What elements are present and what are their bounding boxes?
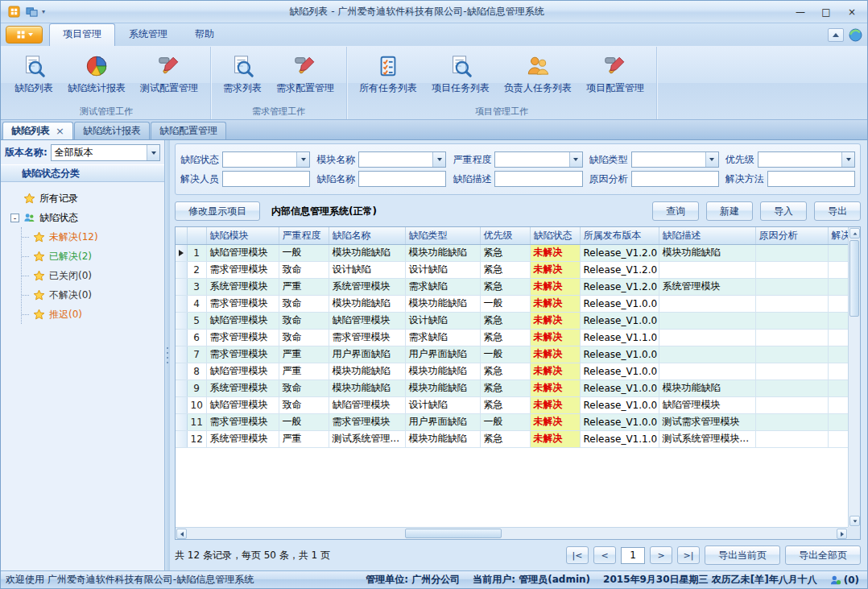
collapse-icon[interactable]: -	[10, 214, 19, 222]
horizontal-scroll-thumb[interactable]	[405, 529, 502, 538]
filter-input-solution[interactable]	[767, 171, 855, 187]
document-tab-2[interactable]: 缺陷配置管理	[151, 122, 226, 139]
collapse-ribbon-button[interactable]	[828, 28, 844, 42]
table-row[interactable]: 12系统管理模块严重测试系统管理...模块功能缺陷紧急未解决Release_V1…	[176, 430, 848, 447]
document-tab-label: 缺陷列表	[11, 124, 50, 138]
ribbon-button-2-2[interactable]: 负责人任务列表	[497, 49, 579, 106]
table-row[interactable]: 7需求管理模块严重用户界面缺陷用户界面缺陷一般未解决Release_V1.0.0	[176, 346, 848, 363]
scroll-down-button[interactable]	[849, 516, 860, 526]
column-header-severity[interactable]: 严重程度	[279, 227, 329, 244]
tree-item-all-records[interactable]: 所有记录	[4, 189, 161, 208]
windows-layout-icon[interactable]	[24, 5, 39, 19]
column-header-desc[interactable]: 缺陷描述	[659, 227, 755, 244]
grid-corner	[176, 227, 187, 244]
help-icon[interactable]	[849, 28, 862, 42]
minimize-button[interactable]: —	[788, 4, 812, 20]
column-header-solution[interactable]: 解决方法	[828, 227, 848, 244]
ribbon-tab-0[interactable]: 项目管理	[49, 23, 115, 46]
table-row[interactable]: 1缺陷管理模块一般模块功能缺陷模块功能缺陷紧急未解决Release_V1.2.0…	[176, 244, 848, 261]
filter-select-status[interactable]	[222, 151, 310, 168]
filter-input-name[interactable]	[358, 171, 446, 187]
export-all-pages-button[interactable]: 导出全部页	[785, 545, 861, 565]
filter-label-solution: 解决方法	[725, 172, 764, 186]
column-header-module[interactable]: 缺陷模块	[206, 227, 279, 244]
maximize-button[interactable]: □	[814, 4, 838, 20]
app-window: ▾ 缺陷列表 - 广州爱奇迪软件科技有限公司-缺陷信息管理系统 — □ × 项目…	[0, 0, 868, 589]
tree-item-status-2[interactable]: 已关闭(0)	[22, 266, 161, 285]
users-icon	[23, 212, 35, 224]
ribbon-button-0-0[interactable]: 缺陷列表	[7, 49, 60, 106]
table-row[interactable]: 3系统管理模块严重系统管理模块需求缺陷紧急未解决Release_V1.2.0系统…	[176, 278, 848, 295]
scroll-up-button[interactable]	[849, 228, 860, 239]
table-row[interactable]: 5缺陷管理模块致命缺陷管理模块设计缺陷紧急未解决Release_V1.0.0	[176, 312, 848, 329]
version-dropdown-button[interactable]	[147, 145, 159, 160]
filter-select-severity[interactable]	[494, 151, 582, 168]
ribbon-button-0-1[interactable]: 缺陷统计报表	[60, 49, 133, 106]
tree-item-defect-status[interactable]: -缺陷状态	[4, 208, 161, 227]
table-row[interactable]: 10缺陷管理模块致命缺陷管理模块设计缺陷紧急未解决Release_V1.0.0缺…	[176, 396, 848, 413]
table-row[interactable]: 8缺陷管理模块严重模块功能缺陷模块功能缺陷紧急未解决Release_V1.0.0	[176, 363, 848, 380]
vertical-scroll-thumb[interactable]	[849, 240, 859, 317]
cell-priority: 紧急	[480, 261, 530, 278]
close-tab-icon[interactable]: ×	[56, 126, 64, 136]
dropdown-button[interactable]	[841, 152, 854, 167]
horizontal-scrollbar[interactable]	[176, 527, 848, 539]
scroll-right-button[interactable]	[837, 529, 847, 539]
table-row[interactable]: 6需求管理模块致命需求管理模块需求缺陷紧急未解决Release_V1.1.0	[176, 329, 848, 346]
scroll-left-button[interactable]	[176, 529, 187, 539]
online-users[interactable]: (0)	[830, 574, 859, 586]
column-header-name[interactable]: 缺陷名称	[329, 227, 405, 244]
vertical-scrollbar[interactable]	[848, 227, 860, 527]
column-header-release[interactable]: 所属发布版本	[580, 227, 659, 244]
version-combobox[interactable]: 全部版本	[51, 144, 160, 161]
ribbon-button-0-2[interactable]: 测试配置管理	[133, 49, 205, 106]
modify-columns-button[interactable]: 修改显示项目	[175, 201, 260, 221]
table-row[interactable]: 4需求管理模块致命模块功能缺陷模块功能缺陷一般未解决Release_V1.0.0	[176, 295, 848, 312]
dropdown-button[interactable]	[705, 152, 718, 167]
tree-item-status-3[interactable]: 不解决(0)	[22, 285, 161, 305]
ribbon-tab-2[interactable]: 帮助	[181, 23, 228, 46]
new-button[interactable]: 新建	[706, 201, 753, 221]
import-button[interactable]: 导入	[760, 201, 807, 221]
table-row[interactable]: 11需求管理模块一般需求管理模块用户界面缺陷一般未解决Release_V1.0.…	[176, 413, 848, 430]
last-page-button[interactable]: >|	[677, 546, 700, 564]
close-button[interactable]: ×	[840, 4, 864, 20]
filter-select-priority[interactable]	[758, 151, 855, 168]
ribbon-button-2-1[interactable]: 项目任务列表	[424, 49, 497, 106]
page-number-input[interactable]	[621, 547, 645, 564]
application-menu-button[interactable]	[6, 26, 43, 44]
filter-input-analysis[interactable]	[631, 171, 719, 187]
dropdown-button[interactable]	[432, 152, 445, 167]
table-row[interactable]: 2需求管理模块致命设计缺陷设计缺陷紧急未解决Release_V1.2.0	[176, 261, 848, 278]
filter-select-type[interactable]	[631, 151, 719, 168]
column-header-priority[interactable]: 优先级	[480, 227, 530, 244]
document-tab-0[interactable]: 缺陷列表×	[2, 122, 73, 139]
tree-item-status-0[interactable]: 未解决(12)	[22, 227, 161, 247]
column-header-status[interactable]: 缺陷状态	[530, 227, 580, 244]
column-header-type[interactable]: 缺陷类型	[405, 227, 480, 244]
ribbon-button-2-0[interactable]: 所有任务列表	[352, 49, 424, 106]
tree-item-status-1[interactable]: 已解决(2)	[22, 247, 161, 266]
export-button[interactable]: 导出	[814, 201, 861, 221]
ribbon-button-2-3[interactable]: 项目配置管理	[579, 49, 651, 106]
first-page-button[interactable]: |<	[566, 546, 589, 564]
app-grid-icon[interactable]	[6, 5, 21, 19]
filter-select-module[interactable]	[358, 151, 446, 168]
export-current-page-button[interactable]: 导出当前页	[705, 545, 780, 565]
tree-item-status-4[interactable]: 推迟(0)	[22, 305, 161, 324]
ribbon-button-1-0[interactable]: 需求列表	[216, 49, 269, 106]
ribbon-button-1-1[interactable]: 需求配置管理	[269, 49, 341, 106]
filter-input-desc[interactable]	[494, 171, 582, 187]
filter-input-resolver[interactable]	[222, 171, 310, 187]
cell-severity: 致命	[279, 380, 329, 396]
dropdown-button[interactable]	[569, 152, 582, 167]
ribbon-tab-1[interactable]: 系统管理	[115, 23, 181, 46]
column-header-analysis[interactable]: 原因分析	[755, 227, 828, 244]
dropdown-button[interactable]	[296, 152, 309, 167]
document-tab-1[interactable]: 缺陷统计报表	[74, 122, 150, 139]
query-button[interactable]: 查询	[652, 201, 699, 221]
next-page-button[interactable]: >	[650, 546, 672, 564]
table-row[interactable]: 9系统管理模块致命模块功能缺陷模块功能缺陷紧急未解决Release_V1.0.0…	[176, 380, 848, 396]
online-count-text: (0)	[844, 574, 859, 586]
previous-page-button[interactable]: <	[593, 546, 616, 564]
